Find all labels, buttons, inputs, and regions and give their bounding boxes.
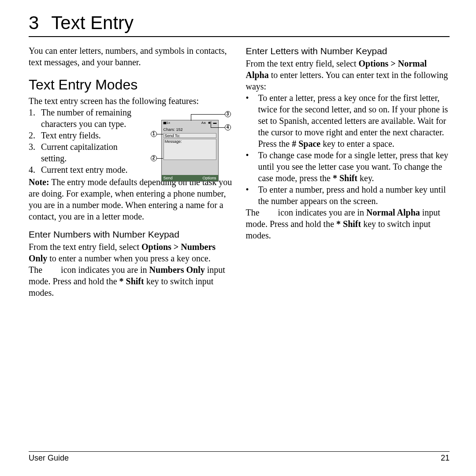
note-label: Note:: [29, 177, 49, 187]
features-lead: The text entry screen has the following …: [29, 95, 233, 107]
callout-1: 1: [151, 131, 157, 137]
numbers-paragraph-1: From the text entry field, select Option…: [29, 241, 233, 264]
chapter-name: Text Entry: [51, 12, 134, 33]
battery-icon: [213, 121, 217, 125]
enter-letters-heading: Enter Letters with Number Keypad: [246, 45, 450, 57]
callout-2: 2: [151, 155, 157, 161]
chapter-number: 3: [29, 12, 39, 33]
numbers-paragraph-2: The icon indicates you are in Numbers On…: [29, 264, 233, 298]
text-entry-modes-heading: Text Entry Modes: [29, 76, 233, 94]
callout-3: 3: [225, 111, 231, 117]
letters-bullet-list: •To enter a letter, press a key once for…: [246, 92, 450, 207]
send-to-field: Send To:: [164, 133, 216, 138]
enter-numbers-heading: Enter Numbers with Number Keypad: [29, 228, 233, 240]
list-item: •To change case mode for a single letter…: [246, 149, 450, 184]
left-column: You can enter letters, numbers, and symb…: [29, 45, 233, 298]
softkey-options: Options: [202, 175, 216, 181]
message-field: Message:: [164, 139, 216, 160]
right-column: Enter Letters with Number Keypad From th…: [246, 45, 450, 298]
letters-paragraph-1: From the text entry field, select Option…: [246, 58, 450, 92]
phone-screen-diagram: 1x Aa ☻ Chars: 152 Send To: Message: Sen…: [149, 107, 233, 186]
list-item: •To enter a number, press and hold a num…: [246, 184, 450, 207]
letters-paragraph-2: The icon indicates you are in Normal Alp…: [246, 207, 450, 241]
list-item: •To enter a letter, press a key once for…: [246, 92, 450, 149]
case-icon: Aa: [201, 121, 206, 125]
chapter-title: 3Text Entry: [29, 12, 450, 37]
page-footer: User Guide 21: [29, 451, 450, 463]
footer-left: User Guide: [29, 454, 69, 463]
footer-page-number: 21: [441, 454, 450, 463]
callout-4: 4: [225, 124, 231, 130]
signal-icon: [163, 121, 166, 125]
softkey-send: Send: [164, 175, 173, 181]
intro-paragraph: You can enter letters, numbers, and symb…: [29, 45, 233, 68]
chars-label: Chars: 152: [162, 126, 218, 134]
